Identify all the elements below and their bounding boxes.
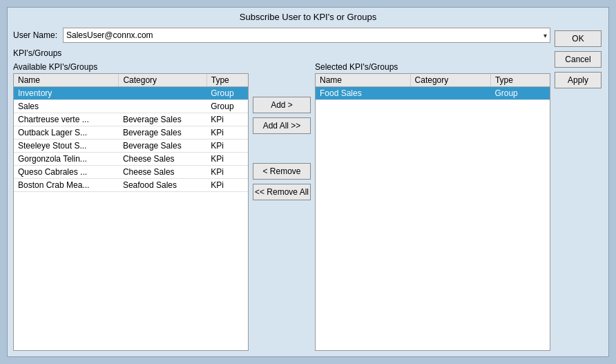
add-all-button[interactable]: Add All >> [253,117,311,134]
available-col-type: Type [206,74,248,87]
available-row[interactable]: Queso Cabrales ...Cheese SalesKPi [14,166,248,179]
remove-button[interactable]: < Remove [253,163,311,180]
selected-panel: Selected KPI's/Groups Name Category Type [315,62,550,351]
lists-area: Available KPI's/Groups Name Category Typ… [13,62,550,351]
selected-row[interactable]: Food SalesGroup [316,87,550,100]
user-dropdown[interactable]: SalesUser@connx.com ▾ [63,28,550,43]
available-col-category: Category [119,74,206,87]
available-col-name: Name [14,74,119,87]
available-row[interactable]: InventoryGroup [14,87,248,100]
selected-col-name: Name [316,74,410,87]
user-dropdown-value: SalesUser@connx.com [66,30,153,40]
middle-section: Add > Add All >> < Remove << Remove All [253,62,311,351]
kpi-groups-label: KPI's/Groups [13,48,550,58]
available-row[interactable]: Chartreuse verte ...Beverage SalesKPi [14,113,248,126]
selected-title: Selected KPI's/Groups [315,62,550,72]
selected-table-wrapper[interactable]: Name Category Type Food SalesGroup [315,73,550,351]
selected-table: Name Category Type Food SalesGroup [316,74,550,100]
available-row[interactable]: Boston Crab Mea...Seafood SalesKPi [14,179,248,192]
selected-col-type: Type [490,74,550,87]
main-panel: User Name: SalesUser@connx.com ▾ KPI's/G… [13,28,550,351]
available-panel: Available KPI's/Groups Name Category Typ… [13,62,249,351]
content-area: User Name: SalesUser@connx.com ▾ KPI's/G… [8,25,608,356]
dropdown-arrow-icon: ▾ [543,32,547,39]
apply-button[interactable]: Apply [555,72,601,88]
available-table: Name Category Type InventoryGroupSalesGr… [14,74,248,192]
dialog-title: Subscribe User to KPI's or Groups [8,8,608,25]
available-table-wrapper[interactable]: Name Category Type InventoryGroupSalesGr… [13,73,249,351]
cancel-button[interactable]: Cancel [555,51,601,68]
available-row[interactable]: Steeleye Stout S...Beverage SalesKPi [14,140,248,153]
dialog: Subscribe User to KPI's or Groups User N… [7,7,609,357]
add-button[interactable]: Add > [253,97,311,113]
available-title: Available KPI's/Groups [13,62,249,72]
right-buttons: OK Cancel Apply [555,28,603,351]
available-row[interactable]: Gorgonzola Telin...Cheese SalesKPi [14,153,248,166]
available-row[interactable]: SalesGroup [14,100,248,113]
available-row[interactable]: Outback Lager S...Beverage SalesKPi [14,126,248,140]
remove-all-button[interactable]: << Remove All [253,184,311,200]
ok-button[interactable]: OK [555,30,601,47]
user-label: User Name: [13,30,57,40]
selected-col-category: Category [410,74,490,87]
user-row: User Name: SalesUser@connx.com ▾ [13,28,550,43]
